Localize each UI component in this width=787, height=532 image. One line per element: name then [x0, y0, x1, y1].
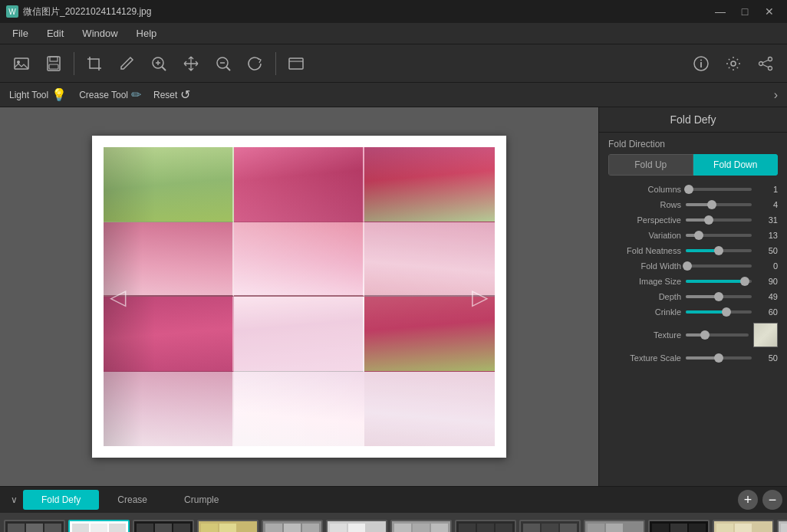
thumb-cell [238, 524, 255, 532]
slider-value-1: 4 [756, 200, 778, 209]
export-button[interactable] [281, 48, 311, 79]
thumb-cell [735, 524, 752, 532]
slider-thumb-7[interactable] [714, 292, 723, 301]
zoom-in-button[interactable] [143, 48, 174, 79]
pen-button[interactable] [111, 48, 142, 79]
menu-help[interactable]: Help [127, 25, 166, 42]
thumbnail-item[interactable]: Fold 02 [68, 520, 130, 532]
fold-up-button[interactable]: Fold Up [608, 154, 693, 176]
slider-row-rows: Rows4 [599, 197, 787, 212]
thumbnail-item[interactable]: Fold 09 [647, 520, 710, 532]
crop-button[interactable] [79, 48, 110, 79]
thumb-cell [624, 524, 641, 532]
bottom-scroll-btn[interactable]: ∨ [5, 491, 23, 509]
slider-track-0[interactable] [686, 188, 752, 191]
sub-toolbar-arrow[interactable]: › [774, 88, 778, 102]
slider-value-10: 50 [756, 353, 778, 363]
thumbnail-image [648, 520, 710, 532]
slider-value-5: 0 [756, 261, 778, 271]
thumbnail-item[interactable]: Fold 06 [390, 520, 453, 532]
thumbnail-item[interactable]: Fold 01 [3, 520, 66, 532]
slider-thumb-2[interactable] [704, 215, 713, 225]
slider-track-8[interactable] [686, 310, 752, 314]
crease-tool-item[interactable]: Crease Tool ✏ [79, 87, 141, 102]
slider-thumb-8[interactable] [722, 307, 731, 317]
thumbnail-image [455, 520, 516, 532]
thumbnail-item[interactable]: Fold 03 [132, 520, 195, 532]
tab-fold-defy[interactable]: Fold Defy [23, 490, 99, 510]
slider-track-7[interactable] [686, 295, 752, 298]
thumbnail-item[interactable]: Fold 07 Down [454, 520, 517, 532]
thumbnail-image [519, 520, 581, 532]
slider-track-5[interactable] [686, 264, 752, 268]
thumb-cell [652, 524, 669, 532]
thumb-cell [26, 524, 43, 532]
slider-track-1[interactable] [686, 203, 752, 206]
slider-track-10[interactable] [686, 356, 752, 360]
fold-down-button[interactable]: Fold Down [693, 154, 779, 176]
move-button[interactable] [176, 48, 206, 79]
slider-thumb-3[interactable] [694, 231, 703, 240]
thumbnail-item[interactable]: Fold 04 [261, 520, 324, 532]
thumb-cell [330, 524, 347, 532]
fold-cell-11 [234, 372, 364, 447]
slider-track-6[interactable] [686, 280, 752, 283]
slider-thumb-4[interactable] [714, 246, 723, 255]
slider-row-fold-width: Fold Width0 [599, 258, 787, 274]
thumbnail-item[interactable]: Fold 08 [583, 520, 646, 532]
slider-track-4[interactable] [686, 249, 752, 252]
slider-label-2: Perspective [608, 215, 681, 225]
fold-grid [104, 147, 495, 446]
slider-row-depth: Depth49 [599, 289, 787, 304]
tab-crease[interactable]: Crease [99, 490, 166, 510]
add-preset-button[interactable]: + [738, 490, 758, 510]
menu-edit[interactable]: Edit [38, 25, 73, 42]
thumbnail-image [4, 520, 65, 532]
svg-point-16 [700, 59, 702, 61]
image-button[interactable] [6, 48, 37, 79]
slider-track-9[interactable] [686, 333, 749, 337]
thumb-cell [413, 524, 430, 532]
share-button[interactable] [750, 48, 781, 79]
reset-item[interactable]: Reset ↺ [153, 87, 190, 102]
thumbnail-item[interactable]: Fold 04 Gold Light [196, 520, 259, 532]
menu-bar: File Edit Window Help [0, 23, 787, 44]
thumbnail-image [713, 520, 774, 532]
settings-button[interactable] [718, 48, 749, 79]
slider-thumb-10[interactable] [714, 353, 723, 363]
rotate-button[interactable] [240, 48, 271, 79]
slider-track-3[interactable] [686, 234, 752, 237]
slider-thumb-0[interactable] [684, 185, 693, 194]
zoom-out-button[interactable] [208, 48, 239, 79]
thumb-cell [606, 524, 623, 532]
thumbnail-item[interactable]: Fold 07 Up [519, 520, 581, 532]
slider-value-0: 1 [756, 185, 778, 194]
minimize-button[interactable]: — [709, 2, 732, 21]
slider-thumb-1[interactable] [707, 200, 716, 209]
slider-row-variation: Variation13 [599, 228, 787, 243]
thumbnail-item[interactable]: Fold 05 [325, 520, 388, 532]
slider-thumb-9[interactable] [700, 330, 710, 340]
slider-track-2[interactable] [686, 218, 752, 222]
remove-preset-button[interactable]: − [762, 490, 782, 510]
thumbnail-item[interactable]: Fold 10 BeigeLight [712, 520, 775, 532]
light-tool-item[interactable]: Light Tool 💡 [9, 87, 67, 102]
tab-crumple[interactable]: Crumple [166, 490, 237, 510]
maximize-button[interactable]: □ [733, 2, 756, 21]
thumb-cell [91, 524, 107, 532]
thumb-cell [523, 524, 540, 532]
slider-thumb-6[interactable] [740, 277, 749, 286]
texture-preview[interactable] [753, 323, 778, 347]
thumbnail-item[interactable]: Fold 1 [776, 520, 787, 532]
slider-label-8: Crinkle [608, 307, 681, 317]
bottom-area: ∨ Fold Defy Crease Crumple + − Fold 01Fo… [0, 486, 787, 532]
panel-title: Fold Defy [599, 107, 787, 133]
menu-window[interactable]: Window [73, 25, 127, 42]
thumb-cell [753, 524, 770, 532]
info-button[interactable] [686, 48, 716, 79]
slider-thumb-5[interactable] [683, 261, 692, 271]
close-button[interactable]: ✕ [758, 2, 781, 21]
save-button[interactable] [38, 48, 69, 79]
menu-file[interactable]: File [3, 25, 38, 42]
slider-row-image-size: Image Size90 [599, 274, 787, 289]
